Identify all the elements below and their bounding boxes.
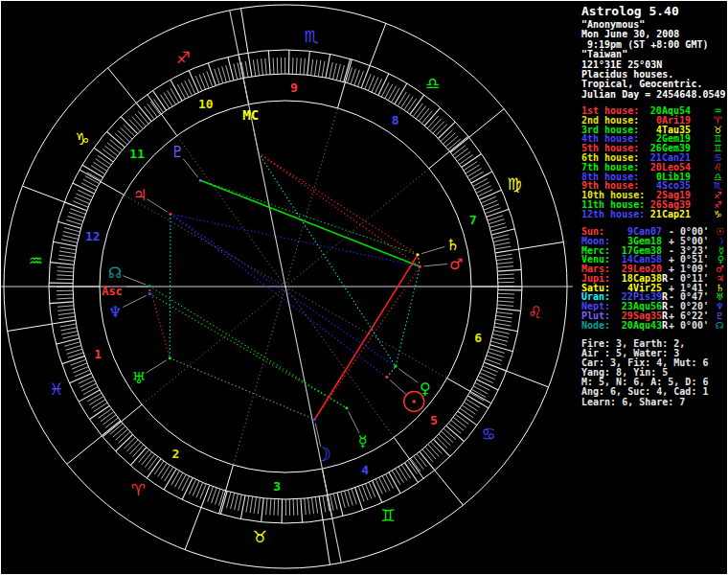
planet-icon: ☊ — [713, 321, 725, 331]
degree-tick — [439, 434, 450, 446]
house-cusp-list: 1st house:20Aqu54♒2nd house:0Ari19♈3rd h… — [581, 106, 725, 219]
degree-tick — [81, 183, 96, 191]
degree-tick — [189, 71, 198, 93]
house-number-2: 2 — [171, 447, 179, 461]
degree-tick — [234, 63, 238, 80]
zodiac-sign-glyph-gemini: ♊ — [380, 506, 395, 525]
degree-tick — [222, 66, 227, 81]
degree-tick — [441, 130, 452, 142]
degree-tick — [182, 476, 190, 491]
sign-boundary — [519, 242, 563, 249]
degree-tick — [460, 155, 473, 165]
degree-tick — [466, 165, 479, 173]
degree-tick — [311, 497, 313, 514]
house-number-5: 5 — [430, 413, 438, 427]
zodiac-sign-glyph-aquarius: ♒ — [29, 251, 43, 270]
degree-tick — [301, 498, 303, 522]
planet-degree-marker — [148, 285, 151, 288]
degree-tick — [425, 447, 436, 459]
planet-position-list: Sun:9Can07- 0°00'☉Moon:3Gem18+ 5°00'☽Mer… — [581, 227, 725, 330]
planet-degree-marker — [419, 265, 421, 268]
degree-tick — [171, 88, 179, 103]
house-cusp-inner-line — [124, 195, 285, 287]
degree-tick — [491, 337, 508, 341]
degree-tick — [257, 59, 259, 76]
degree-tick — [145, 106, 154, 119]
degree-tick — [448, 423, 461, 433]
degree-tick — [62, 334, 79, 338]
degree-tick — [139, 449, 149, 462]
degree-tick — [491, 341, 507, 345]
degree-tick — [68, 217, 83, 221]
degree-tick — [231, 493, 235, 509]
degree-tick — [58, 316, 75, 318]
sign-boundary — [22, 186, 64, 202]
degree-tick — [433, 122, 444, 133]
planet-degree-marker — [394, 365, 397, 368]
retrograde-flag: R — [662, 274, 669, 284]
degree-tick — [102, 149, 116, 158]
zodiac-sign-glyph-aries: ♈ — [131, 480, 146, 499]
degree-tick — [258, 497, 260, 514]
degree-tick — [497, 263, 513, 264]
house-number-10: 10 — [198, 97, 214, 111]
sign-boundary — [108, 68, 137, 103]
glyph-pointer-line — [147, 360, 167, 373]
planet-degree-marker — [313, 418, 316, 421]
house-cusp-line — [148, 95, 177, 136]
degree-tick — [171, 471, 179, 485]
degree-tick — [81, 383, 96, 391]
degree-tick — [496, 258, 512, 260]
degree-tick — [132, 117, 143, 129]
degree-tick — [386, 474, 394, 489]
planet-glyph-sun-dot — [412, 400, 416, 403]
degree-tick — [64, 202, 86, 211]
degree-tick — [239, 494, 242, 511]
degree-tick — [57, 267, 74, 268]
house-number-3: 3 — [273, 479, 281, 494]
degree-tick — [178, 474, 186, 489]
degree-tick — [296, 58, 297, 74]
degree-tick — [91, 166, 104, 174]
aspect-line-sex — [170, 214, 171, 358]
degree-tick — [319, 496, 323, 520]
degree-tick — [456, 414, 469, 424]
sign-boundary — [370, 23, 386, 65]
house-number-8: 8 — [392, 113, 399, 127]
degree-tick — [417, 454, 426, 467]
degree-tick — [266, 498, 267, 515]
degree-tick — [132, 445, 143, 457]
degree-tick — [277, 58, 278, 74]
mc-label: MC — [242, 107, 259, 123]
planet-position-value: 20Aqu43 — [614, 321, 662, 331]
zodiac-sign-icon: ♑ — [691, 210, 725, 219]
degree-tick — [375, 79, 381, 93]
degree-tick — [142, 452, 152, 465]
degree-tick — [494, 327, 518, 332]
degree-tick — [495, 246, 512, 249]
degree-tick — [73, 183, 94, 194]
degree-tick — [93, 162, 106, 171]
degree-tick — [118, 130, 129, 142]
house-cusp-inner-line — [233, 287, 285, 465]
degree-tick — [57, 275, 73, 276]
degree-tick — [227, 493, 231, 508]
degree-tick — [104, 146, 117, 155]
degree-tick — [59, 251, 76, 254]
astrolog-screen: ♈♉♊♋♌♍♎♏♐♑♒♓123456789101112☽☿♀♂♃♄♅♆♇☊MCA… — [0, 0, 728, 575]
degree-tick — [66, 220, 81, 225]
house-cusp-inner-line — [177, 136, 285, 287]
degree-tick — [476, 186, 490, 193]
degree-tick — [475, 182, 489, 190]
degree-tick — [220, 492, 227, 515]
degree-tick — [344, 58, 351, 81]
degree-tick — [496, 254, 512, 256]
degree-tick — [497, 266, 513, 268]
degree-tick — [487, 209, 510, 217]
degree-tick — [333, 63, 337, 80]
degree-tick — [101, 412, 114, 422]
degree-tick — [57, 279, 73, 280]
degree-tick — [216, 489, 220, 504]
degree-tick — [475, 382, 489, 390]
glyph-pointer-line — [123, 295, 146, 307]
